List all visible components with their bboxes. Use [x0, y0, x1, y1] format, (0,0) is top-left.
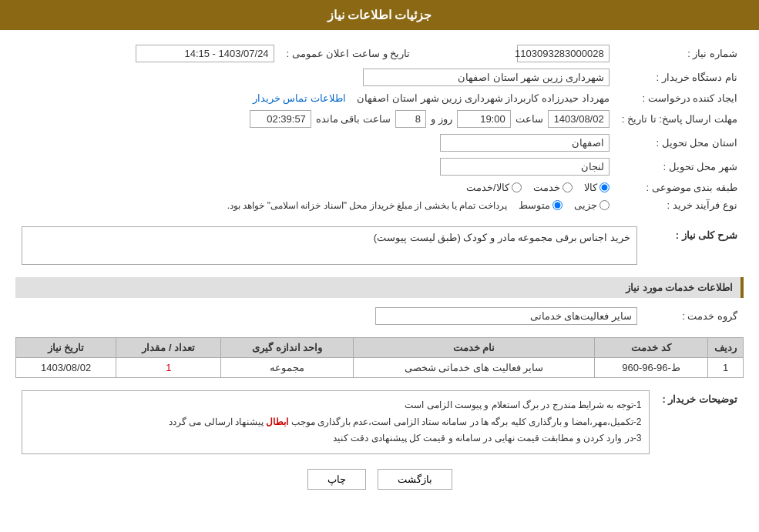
col-name: نام خدمت — [353, 338, 594, 358]
buyer-notes-content: 1-توجه به شرایط مندرج در برگ استعلام و پ… — [22, 390, 650, 454]
cell-quantity: 1 — [116, 358, 221, 378]
table-row: نوع فرآیند خرید : جزیی متوسط پرداخت تمام… — [15, 196, 744, 214]
creator-value: مهرداد حیدرزاده کاربرداز شهرداری زرین شه… — [357, 92, 609, 104]
province-cell: اصفهان — [15, 131, 616, 155]
city-cell: لنجان — [15, 155, 616, 179]
deadline-days: 8 — [395, 110, 426, 128]
need-number-cell: 1103093283000028 — [432, 42, 615, 65]
table-row: مهلت ارسال پاسخ: تا تاریخ : 1403/08/02 س… — [15, 107, 744, 131]
buttons-row: بازگشت چاپ — [15, 469, 744, 490]
process-label: نوع فرآیند خرید : — [616, 196, 744, 214]
city-value: لنجان — [440, 158, 610, 176]
public-announce-cell: 1403/07/24 - 14:15 — [15, 42, 280, 65]
buyer-note-1: 1-توجه به شرایط مندرج در برگ استعلام و پ… — [30, 397, 641, 414]
buyer-notes-cell: 1-توجه به شرایط مندرج در برگ استعلام و پ… — [15, 387, 656, 457]
back-button[interactable]: بازگشت — [378, 469, 452, 490]
need-number-value: 1103093283000028 — [517, 45, 610, 62]
public-announce-label: تاریخ و ساعت اعلان عمومی : — [280, 42, 417, 65]
deadline-days-label: روز و — [431, 113, 452, 125]
creator-cell: مهرداد حیدرزاده کاربرداز شهرداری زرین شه… — [15, 89, 616, 107]
services-section-title: اطلاعات خدمات مورد نیاز — [15, 277, 744, 298]
cell-code: ط-96-96-960 — [595, 358, 708, 378]
need-number-label: شماره نیاز : — [616, 42, 744, 65]
need-desc-table: شرح کلی نیاز : خرید اجناس برقی مجموعه ما… — [15, 223, 744, 268]
public-announce-value: 1403/07/24 - 14:15 — [136, 45, 274, 62]
deadline-date: 1403/08/02 — [548, 110, 610, 128]
cell-date: 1403/08/02 — [16, 358, 116, 378]
buyer-note-3: 3-در وارد کردن و مطابقت قیمت نهایی در سا… — [30, 430, 641, 447]
buyer-org-value: شهرداری زرین شهر استان اصفهان — [363, 69, 610, 86]
radio-kala-khedmat[interactable]: کالا/خدمت — [466, 182, 522, 193]
process-note: پرداخت تمام یا بخشی از مبلغ خریداز محل "… — [227, 200, 507, 211]
province-label: استان محل تحویل : — [616, 131, 744, 155]
table-row: شهر محل تحویل : لنجان — [15, 155, 744, 179]
table-row: نام دستگاه خریدار : شهرداری زرین شهر است… — [15, 65, 744, 89]
need-desc-value: خرید اجناس برقی مجموعه مادر و کودک (طبق … — [22, 226, 637, 265]
deadline-time: 19:00 — [457, 110, 511, 128]
service-group-table: گروه خدمت : سایر فعالیت‌های خدماتی — [15, 304, 744, 328]
deadline-time-label: ساعت — [516, 113, 543, 125]
print-button[interactable]: چاپ — [307, 469, 366, 490]
table-row: شماره نیاز : 1103093283000028 تاریخ و سا… — [15, 42, 744, 65]
buyer-org-cell: شهرداری زرین شهر استان اصفهان — [15, 65, 616, 89]
col-code: کد خدمت — [595, 338, 708, 358]
deadline-cell: 1403/08/02 ساعت 19:00 روز و 8 ساعت باقی … — [15, 107, 616, 131]
col-row: ردیف — [708, 338, 744, 358]
province-value: اصفهان — [440, 134, 610, 152]
service-group-value: سایر فعالیت‌های خدماتی — [375, 307, 637, 325]
category-cell: کالا خدمت کالا/خدمت — [15, 179, 616, 196]
buyer-org-label: نام دستگاه خریدار : — [616, 65, 744, 89]
buyer-notes-label: توضیحات خریدار : — [656, 387, 744, 457]
page-title: جزئیات اطلاعات نیاز — [327, 8, 432, 22]
radio-khedmat[interactable]: خدمت — [533, 182, 573, 193]
buyer-note-2: 2-تکمیل،مهر،امضا و بارگذاری کلیه برگه ها… — [30, 414, 641, 431]
table-row: 1ط-96-96-960سایر فعالیت های خدماتی شخصیم… — [16, 358, 744, 378]
col-unit: واحد اندازه گیری — [221, 338, 354, 358]
table-row: طبقه بندی موضوعی : کالا خدمت — [15, 179, 744, 196]
info-table: شماره نیاز : 1103093283000028 تاریخ و سا… — [15, 42, 744, 214]
page-header: جزئیات اطلاعات نیاز — [0, 0, 759, 30]
table-header-row: ردیف کد خدمت نام خدمت واحد اندازه گیری ت… — [16, 338, 744, 358]
deadline-label: مهلت ارسال پاسخ: تا تاریخ : — [616, 107, 744, 131]
page-wrapper: جزئیات اطلاعات نیاز شماره نیاز : 1103093… — [0, 0, 759, 532]
col-qty: تعداد / مقدار — [116, 338, 221, 358]
cell-row: 1 — [708, 358, 744, 378]
contact-link[interactable]: اطلاعات تماس خریدار — [253, 92, 346, 104]
main-content: شماره نیاز : 1103093283000028 تاریخ و سا… — [0, 30, 759, 509]
radio-jozi[interactable]: جزیی — [574, 199, 610, 211]
deadline-remaining: 02:39:57 — [250, 110, 311, 128]
table-row: ایجاد کننده درخواست : مهرداد حیدرزاده کا… — [15, 89, 744, 107]
radio-kala[interactable]: کالا — [584, 182, 610, 193]
buyer-notes-table: توضیحات خریدار : 1-توجه به شرایط مندرج د… — [15, 387, 744, 457]
need-desc-label: شرح کلی نیاز : — [643, 223, 744, 268]
table-row: گروه خدمت : سایر فعالیت‌های خدماتی — [15, 304, 744, 328]
service-group-cell: سایر فعالیت‌های خدماتی — [15, 304, 643, 328]
creator-label: ایجاد کننده درخواست : — [616, 89, 744, 107]
col-date: تاریخ نیاز — [16, 338, 116, 358]
city-label: شهر محل تحویل : — [616, 155, 744, 179]
deadline-remaining-label: ساعت باقی مانده — [316, 113, 391, 125]
services-table: ردیف کد خدمت نام خدمت واحد اندازه گیری ت… — [15, 337, 744, 378]
cell-name: سایر فعالیت های خدماتی شخصی — [353, 358, 594, 378]
radio-motavasset[interactable]: متوسط — [519, 199, 563, 211]
category-label: طبقه بندی موضوعی : — [616, 179, 744, 196]
table-row: استان محل تحویل : اصفهان — [15, 131, 744, 155]
service-group-label: گروه خدمت : — [643, 304, 744, 328]
cell-unit: مجموعه — [221, 358, 354, 378]
table-row: توضیحات خریدار : 1-توجه به شرایط مندرج د… — [15, 387, 744, 457]
process-cell: جزیی متوسط پرداخت تمام یا بخشی از مبلغ خ… — [15, 196, 616, 214]
table-row: شرح کلی نیاز : خرید اجناس برقی مجموعه ما… — [15, 223, 744, 268]
need-desc-cell: خرید اجناس برقی مجموعه مادر و کودک (طبق … — [15, 223, 643, 268]
